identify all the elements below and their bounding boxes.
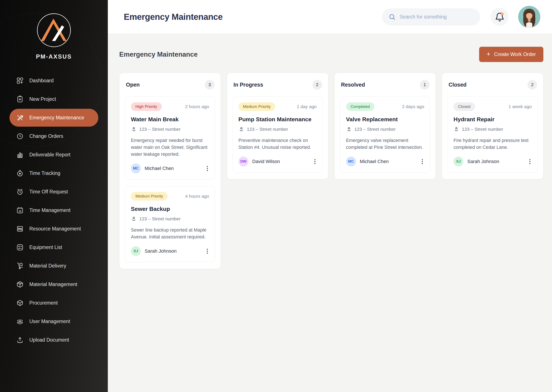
sidebar-item-label: Material Delivery	[29, 263, 66, 269]
assignee-avatar: SJ	[131, 246, 141, 256]
history-clock-icon	[16, 133, 24, 140]
notification-bell-button[interactable]	[491, 8, 509, 26]
upload-icon	[16, 336, 24, 344]
sidebar-item-label: Equipment List	[29, 245, 62, 250]
alarm-clock-icon	[16, 188, 24, 196]
sidebar-nav: Dashboard New Project Emergency Maintena…	[0, 72, 108, 349]
logo: PM-AXSUS	[0, 0, 108, 60]
sidebar-item-label: New Project	[29, 96, 56, 102]
card-title: Hydrant Repair	[453, 116, 532, 123]
column-header: Resolved 1	[340, 79, 430, 90]
work-order-card[interactable]: Medium Priority 1 day ago Pump Station M…	[233, 97, 323, 173]
card-description: Sewer line backup reported at Maple Aven…	[131, 227, 209, 240]
card-description: Emergency valve replacement completed at…	[346, 137, 424, 151]
sidebar-item-label: Deliverable Report	[29, 152, 70, 158]
sidebar-item-material-management[interactable]: Material Management	[9, 275, 98, 293]
kanban-column-resolved: Resolved 1 Completed 2 days ago Valve Re…	[334, 73, 436, 179]
column-title: Closed	[449, 82, 466, 88]
page-title: Emergency Maintenance	[124, 12, 223, 22]
bar-chart-icon	[16, 151, 24, 159]
sidebar-item-resource-management[interactable]: Resource Management	[9, 220, 98, 238]
work-order-card[interactable]: Medium Priority 4 hours ago Sewer Backup…	[125, 186, 215, 262]
sidebar-item-dashboard[interactable]: Dashboard	[9, 72, 98, 90]
kanban-board: Open 3 High Priority 2 hours ago Water M…	[119, 73, 543, 269]
checklist-icon	[16, 244, 24, 251]
tools-icon	[16, 114, 24, 122]
card-title: Valve Replacement	[346, 116, 424, 123]
sidebar-item-user-management[interactable]: User Management	[9, 313, 98, 330]
card-timestamp: 2 days ago	[402, 104, 424, 109]
search-bar[interactable]	[382, 8, 480, 25]
assignee-name: Michael Chen	[360, 159, 389, 164]
sidebar-item-label: Time Off Request	[29, 189, 68, 195]
work-order-card[interactable]: High Priority 2 hours ago Water Main Bre…	[125, 97, 215, 180]
user-avatar[interactable]	[518, 6, 540, 28]
work-order-card[interactable]: Closed 1 week ago Hydrant Repair 123 – S…	[448, 97, 538, 173]
clipboard-plus-icon	[16, 95, 24, 103]
sidebar-item-time-management[interactable]: 10 Time Management	[9, 201, 98, 219]
card-timestamp: 1 week ago	[509, 104, 532, 109]
kanban-column-closed: Closed 2 Closed 1 week ago Hydrant Repai…	[442, 73, 543, 179]
sidebar-item-label: Resource Management	[29, 226, 81, 232]
location-pin-icon	[131, 126, 137, 132]
column-title: In Progress	[234, 82, 263, 88]
priority-badge: High Priority	[131, 102, 162, 111]
sidebar-item-equipment-list[interactable]: Equipment List	[9, 238, 98, 256]
kanban-column-in-progress: In Progress 2 Medium Priority 1 day ago …	[227, 73, 328, 179]
search-icon	[388, 13, 396, 21]
priority-badge: Medium Priority	[131, 192, 168, 201]
sidebar-item-label: Time Tracking	[29, 170, 60, 176]
card-description: Fire hydrant repair and pressure test co…	[453, 137, 532, 151]
priority-badge: Medium Priority	[238, 102, 275, 111]
sidebar-item-label: Dashboard	[29, 78, 54, 84]
assignee-name: David Wilson	[252, 159, 280, 164]
assignee-name: Sarah Johnson	[145, 248, 177, 254]
create-work-order-button[interactable]: + Create Work Order	[479, 47, 543, 62]
sidebar-item-time-tracking[interactable]: Time Tracking	[9, 164, 98, 182]
package-icon	[16, 281, 24, 288]
main-content: Emergency Maintenance + Create Work Orde…	[108, 34, 552, 392]
sidebar-item-procurement[interactable]: Procurement	[9, 294, 98, 312]
section-header-row: Emergency Maintenance + Create Work Orde…	[119, 47, 543, 62]
section-title: Emergency Maintenance	[119, 51, 198, 58]
column-count-badge: 2	[527, 80, 537, 90]
sidebar-item-change-orders[interactable]: Change Orders	[9, 127, 98, 145]
calendar-icon: 10	[16, 207, 24, 214]
cube-icon	[16, 299, 24, 307]
card-title: Sewer Backup	[131, 206, 209, 212]
work-order-card[interactable]: Completed 2 days ago Valve Replacement 1…	[340, 97, 430, 173]
sidebar-item-material-delivery[interactable]: Material Delivery	[9, 257, 98, 275]
card-location: 123 – Street number	[247, 127, 288, 132]
assignee-avatar: DW	[238, 157, 248, 167]
sidebar-item-deliverable-report[interactable]: Deliverable Report	[9, 146, 98, 164]
column-header: Open 3	[125, 79, 215, 90]
card-description: Emergency repair needed for burst water …	[131, 137, 209, 158]
sidebar-item-new-project[interactable]: New Project	[9, 90, 98, 108]
card-location: 123 – Street number	[139, 216, 180, 221]
kebab-menu-icon[interactable]	[206, 165, 209, 172]
kanban-column-open: Open 3 High Priority 2 hours ago Water M…	[119, 73, 221, 269]
sidebar-item-label: User Management	[29, 319, 70, 324]
sidebar: PM-AXSUS Dashboard New Project Emergency…	[0, 0, 108, 392]
column-count-badge: 3	[205, 80, 215, 90]
column-title: Resolved	[341, 82, 365, 88]
kebab-menu-icon[interactable]	[313, 158, 317, 165]
sidebar-item-label: Change Orders	[29, 133, 63, 139]
user-avatar-image	[518, 6, 540, 28]
kebab-menu-icon[interactable]	[206, 247, 209, 255]
search-input[interactable]	[400, 14, 474, 20]
bell-icon	[495, 12, 505, 22]
sidebar-item-label: Procurement	[29, 300, 58, 306]
logo-text: PM-AXSUS	[36, 53, 72, 60]
card-timestamp: 4 hours ago	[185, 194, 209, 199]
sidebar-item-upload-document[interactable]: Upload Document	[9, 331, 98, 349]
app-root: PM-AXSUS Dashboard New Project Emergency…	[0, 0, 552, 392]
sidebar-item-emergency-maintenance[interactable]: Emergency Maintenance	[9, 109, 98, 127]
kebab-menu-icon[interactable]	[528, 158, 532, 165]
kebab-menu-icon[interactable]	[421, 158, 424, 165]
sidebar-item-label: Upload Document	[29, 337, 69, 343]
sidebar-item-time-off-request[interactable]: Time Off Request	[9, 183, 98, 201]
card-timestamp: 1 day ago	[297, 104, 316, 109]
location-pin-icon	[131, 216, 137, 222]
location-pin-icon	[346, 126, 352, 132]
